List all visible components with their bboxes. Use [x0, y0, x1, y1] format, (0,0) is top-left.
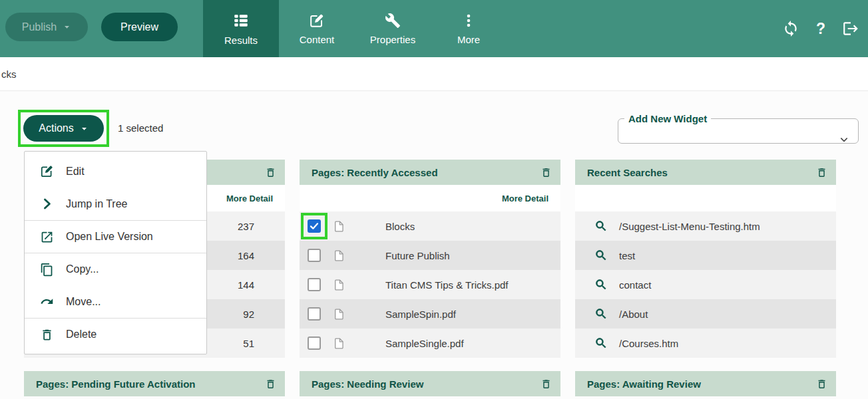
tab-results[interactable]: Results — [203, 0, 279, 57]
list-item[interactable]: Future Publish — [300, 241, 560, 270]
refresh-icon[interactable] — [782, 20, 799, 37]
page-title: Blocks — [385, 221, 415, 232]
widget-card-title: Pages: Recently Accessed — [312, 167, 438, 178]
properties-wrench-icon — [385, 13, 401, 29]
actions-button[interactable]: Actions — [23, 115, 104, 142]
delete-widget-button[interactable] — [265, 378, 276, 390]
more-detail-row: More Detail — [300, 185, 560, 211]
trash-icon — [816, 378, 827, 390]
file-icon — [333, 219, 345, 234]
widget-card-title: Recent Searches — [587, 167, 668, 178]
menu-item-copy[interactable]: Copy... — [25, 253, 206, 285]
breadcrumb: cks — [0, 57, 868, 91]
page-title: Future Publish — [385, 250, 450, 261]
add-new-widget-label: Add New Widget — [624, 113, 711, 124]
page-title: SampleSpin.pdf — [385, 309, 456, 320]
annotation-highlight-box: Actions — [18, 110, 109, 147]
file-icon — [333, 248, 345, 263]
file-icon — [333, 277, 345, 293]
search-icon — [594, 249, 608, 262]
search-term: /Courses.htm — [619, 338, 678, 349]
trash-icon — [816, 166, 827, 179]
list-item[interactable]: SampleSingle.pdf — [300, 329, 560, 358]
row-checkbox-checked[interactable] — [308, 219, 321, 233]
delete-widget-button[interactable] — [265, 166, 276, 179]
widget-card-header: Pages: Pending Future Activation — [24, 371, 285, 396]
widget-card-awaiting-review: Pages: Awaiting Review — [575, 371, 836, 396]
tab-content-label: Content — [300, 34, 335, 45]
menu-item-delete[interactable]: Delete — [25, 318, 206, 350]
list-item[interactable]: test — [575, 241, 836, 270]
menu-item-label: Delete — [66, 329, 97, 340]
page-title: SampleSingle.pdf — [385, 338, 464, 349]
top-toolbar: Publish Preview Results Content Properti… — [0, 0, 868, 57]
search-icon — [594, 336, 608, 350]
list-item[interactable]: /About — [575, 299, 836, 329]
menu-item-label: Edit — [66, 166, 85, 178]
publish-button[interactable]: Publish — [5, 13, 88, 41]
widget-card-needing-review: Pages: Needing Review — [300, 371, 560, 396]
widget-card-recent-searches: Recent Searches /Suggest-List-Menu-Testi… — [575, 160, 836, 358]
caret-down-icon — [80, 124, 89, 133]
widget-card-pending-future-activation: Pages: Pending Future Activation — [24, 371, 285, 396]
list-item[interactable]: Blocks — [300, 211, 560, 241]
row-checkbox[interactable] — [308, 307, 321, 321]
preview-button-label: Preview — [120, 21, 158, 33]
menu-item-open-live-version[interactable]: Open Live Version — [25, 220, 206, 253]
more-detail-link[interactable]: More Detail — [226, 194, 273, 203]
caret-down-icon — [63, 23, 71, 31]
widget-card-recently-accessed: Pages: Recently Accessed More Detail — [300, 160, 560, 358]
results-grid-icon — [232, 12, 250, 29]
preview-button[interactable]: Preview — [101, 13, 178, 41]
annotation-highlight-box — [301, 213, 327, 239]
list-item[interactable]: /Courses.htm — [575, 329, 836, 358]
tab-content[interactable]: Content — [279, 0, 355, 57]
trash-icon — [265, 166, 276, 179]
widget-rows: /Suggest-List-Menu-Testing.htm test cont… — [575, 211, 836, 358]
main-content: Actions 1 selected Add New Widget — [0, 91, 868, 399]
stat-value: 51 — [243, 338, 254, 349]
list-item[interactable]: SampleSpin.pdf — [300, 299, 560, 329]
tab-properties[interactable]: Properties — [355, 0, 431, 57]
help-icon[interactable]: ? — [816, 20, 825, 38]
more-detail-link[interactable]: More Detail — [502, 194, 548, 203]
menu-item-label: Open Live Version — [66, 231, 153, 243]
menu-item-edit[interactable]: Edit — [25, 155, 206, 188]
tab-more-label: More — [457, 34, 480, 45]
delete-widget-button[interactable] — [541, 166, 552, 179]
logout-icon[interactable] — [842, 20, 859, 37]
file-icon — [333, 307, 345, 322]
widget-card-title: Pages: Awaiting Review — [587, 378, 701, 390]
menu-item-jump-in-tree[interactable]: Jump in Tree — [25, 188, 206, 220]
search-term: test — [619, 250, 635, 261]
tab-more[interactable]: More — [431, 0, 507, 57]
chevron-down-icon — [839, 134, 849, 145]
list-item[interactable]: /Suggest-List-Menu-Testing.htm — [575, 211, 836, 241]
edit-icon — [40, 164, 54, 178]
add-new-widget-select[interactable] — [618, 124, 858, 143]
stat-value: 237 — [238, 221, 254, 232]
widget-card-header: Pages: Recently Accessed — [300, 160, 560, 185]
page-title: Titan CMS Tips & Tricks.pdf — [385, 279, 509, 291]
list-item[interactable]: Titan CMS Tips & Tricks.pdf — [300, 270, 560, 299]
delete-widget-button[interactable] — [541, 378, 552, 390]
menu-item-move[interactable]: Move... — [25, 285, 206, 318]
delete-widget-button[interactable] — [816, 166, 827, 179]
add-new-widget-field: Add New Widget — [618, 113, 859, 144]
widget-card-title: Pages: Needing Review — [312, 378, 423, 390]
search-term: /About — [619, 309, 648, 320]
row-checkbox[interactable] — [308, 249, 321, 262]
widget-card-header: Recent Searches — [575, 160, 836, 185]
widget-card-header: Pages: Awaiting Review — [575, 371, 836, 396]
row-checkbox[interactable] — [308, 336, 321, 350]
list-item[interactable]: contact — [575, 270, 836, 299]
copy-icon — [40, 263, 54, 277]
move-redo-icon — [40, 295, 54, 309]
menu-item-label: Copy... — [66, 263, 99, 275]
widget-card-header: Pages: Needing Review — [300, 371, 560, 396]
menu-item-label: Jump in Tree — [66, 198, 127, 210]
row-checkbox[interactable] — [308, 278, 321, 291]
delete-widget-button[interactable] — [816, 378, 827, 390]
actions-button-label: Actions — [39, 122, 73, 134]
stat-value: 144 — [238, 279, 254, 291]
